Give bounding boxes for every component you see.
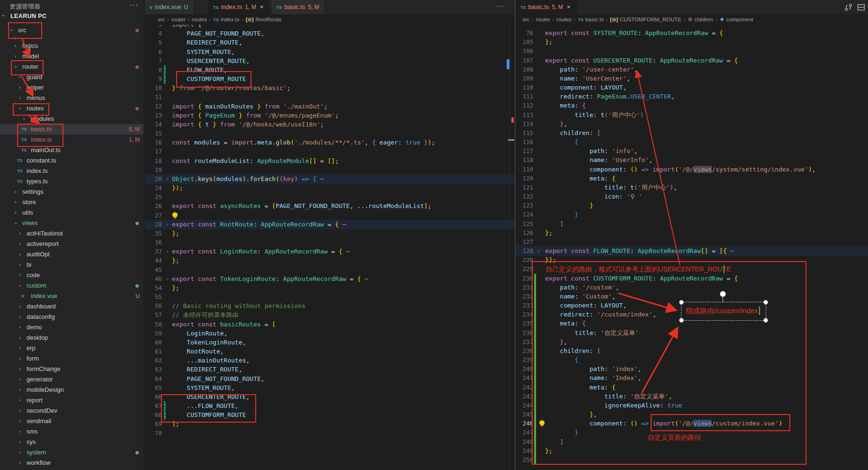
- sidebar-item-sys[interactable]: ›sys: [0, 437, 143, 447]
- sidebar-item-secondDev[interactable]: ›secondDev: [0, 406, 143, 416]
- breadcrumb-item[interactable]: router: [536, 17, 550, 22]
- sidebar-item-constant.ts[interactable]: TSconstant.ts: [0, 155, 143, 166]
- close-icon[interactable]: ×: [260, 3, 264, 10]
- breadcrumb-item[interactable]: CUSTOMFORM_ROUTE: [620, 17, 681, 22]
- code-editor-basic-ts[interactable]: 76export const SYSTEM_ROUTE: AppRouteRec…: [516, 25, 868, 470]
- sidebar-item-workflow[interactable]: ›workflow: [0, 458, 143, 468]
- sidebar-item-label: actHiTaskinst: [27, 228, 63, 239]
- code-editor-index-ts[interactable]: 3import {4 PAGE_NOT_FOUND_ROUTE,5 REDIRE…: [145, 25, 515, 470]
- tab-index.vue[interactable]: Vindex.vueU: [145, 0, 194, 14]
- breadcrumb-item[interactable]: router: [171, 17, 186, 22]
- breadcrumb-item[interactable]: children: [694, 17, 713, 22]
- code-line-35: };: [172, 229, 179, 238]
- fold-chevron-icon[interactable]: ›: [167, 174, 168, 183]
- sidebar-item-activereport[interactable]: ›activereport: [0, 239, 143, 249]
- typescript-file-icon: TS: [578, 18, 583, 22]
- breadcrumb-item[interactable]: basic.ts: [585, 17, 604, 22]
- typescript-file-icon: TS: [17, 176, 23, 187]
- breadcrumb-item[interactable]: RootRoute: [255, 17, 281, 22]
- sidebar-item-dashboard[interactable]: ›dashboard: [0, 301, 143, 312]
- code-line-116: {: [545, 137, 578, 147]
- line-number: 58: [145, 320, 162, 329]
- lightbulb-icon[interactable]: [539, 420, 545, 425]
- line-number: 46: [145, 274, 162, 283]
- sidebar-item-logics[interactable]: ›logics: [0, 41, 143, 51]
- line-number: 127: [516, 237, 533, 246]
- sidebar-item-bi[interactable]: ›bi: [0, 260, 143, 270]
- fold-chevron-icon[interactable]: ›: [538, 246, 539, 255]
- sidebar-item-store[interactable]: ›store: [0, 197, 143, 208]
- sidebar-item-label: logics: [22, 41, 38, 51]
- explorer-sidebar: 资源管理器 ··· › LEARUN PC ›src››logics›model…: [0, 0, 143, 470]
- breadcrumb-item[interactable]: routes: [556, 17, 572, 22]
- status-dot: [135, 451, 139, 454]
- explorer-more-icon[interactable]: ···: [130, 1, 139, 9]
- code-line-237: },: [545, 337, 567, 347]
- sidebar-item-index.vue[interactable]: Vindex.vueU: [0, 291, 143, 301]
- code-line-118: name: 'UserInfo',: [545, 155, 653, 165]
- line-number: 62: [145, 356, 162, 365]
- sidebar-item-code[interactable]: ›code: [0, 270, 143, 280]
- sidebar-item-modules[interactable]: ›modules: [0, 114, 143, 124]
- breadcrumb-item[interactable]: src: [522, 17, 529, 22]
- sidebar-item-generator[interactable]: ›generator: [0, 374, 143, 385]
- chevron-right-icon: ›: [19, 406, 20, 416]
- sidebar-item-formChange[interactable]: ›formChange: [0, 364, 143, 374]
- fold-chevron-icon[interactable]: ›: [167, 247, 168, 256]
- sidebar-item-helper[interactable]: ›helper: [0, 82, 143, 93]
- sidebar-item-utils[interactable]: ›utils: [0, 208, 143, 218]
- sidebar-item-index.ts[interactable]: TSindex.ts1, M: [0, 135, 143, 145]
- tab-git-badge: 5, M: [552, 4, 563, 10]
- chevron-right-icon: ›: [19, 249, 20, 260]
- code-line-243: title: '自定义菜单',: [545, 392, 672, 401]
- sidebar-item-dataconfig[interactable]: ›dataconfig: [0, 312, 143, 322]
- tabbar-more-icon[interactable]: ···: [496, 1, 505, 9]
- sidebar-item-routes[interactable]: ›routes: [0, 103, 143, 114]
- sidebar-item-guard[interactable]: ›guard: [0, 72, 143, 82]
- sidebar-item-demo[interactable]: ›demo: [0, 322, 143, 333]
- tab-basic.ts[interactable]: TSbasic.ts5, M×: [516, 0, 577, 14]
- git-badge: 5, M: [129, 124, 140, 135]
- breadcrumb-item[interactable]: routes: [192, 17, 207, 22]
- sidebar-item-sendmail[interactable]: ›sendmail: [0, 416, 143, 426]
- breadcrumb-item[interactable]: index.ts: [221, 17, 240, 22]
- sidebar-item-actHiTaskinst[interactable]: ›actHiTaskinst: [0, 228, 143, 239]
- tab-basic.ts[interactable]: TSbasic.ts5, M: [272, 0, 325, 14]
- sidebar-item-mainOut.ts[interactable]: TSmainOut.ts: [0, 145, 143, 155]
- line-number: 116: [516, 137, 533, 146]
- breadcrumb-item[interactable]: component: [726, 17, 753, 22]
- sidebar-item-auditOpt[interactable]: ›auditOpt: [0, 249, 143, 260]
- sidebar-item-views[interactable]: ›views: [0, 218, 143, 228]
- sidebar-item-sms[interactable]: ›sms: [0, 426, 143, 437]
- lightbulb-icon[interactable]: [172, 212, 178, 217]
- sidebar-item-form[interactable]: ›form: [0, 353, 143, 364]
- line-number: 24: [145, 183, 162, 192]
- line-number: 19: [145, 165, 162, 174]
- line-number: 110: [516, 83, 533, 92]
- git-added-gutter: [534, 401, 536, 410]
- tab-index.ts[interactable]: TSindex.ts1, M×: [208, 0, 269, 14]
- sidebar-item-menus[interactable]: ›menus: [0, 93, 143, 103]
- code-line-37: export const LoginRoute: AppRouteRecordR…: [172, 247, 350, 256]
- fold-chevron-icon[interactable]: ›: [167, 220, 168, 229]
- breadcrumb-item[interactable]: src: [158, 17, 165, 22]
- sidebar-item-basic.ts[interactable]: TSbasic.ts5, M: [0, 124, 143, 135]
- sidebar-item-desktop[interactable]: ›desktop: [0, 333, 143, 343]
- sidebar-item-router[interactable]: ›router: [0, 62, 143, 72]
- sidebar-item-custom[interactable]: ›custom: [0, 280, 143, 291]
- split-editor-icon[interactable]: [844, 3, 852, 13]
- sidebar-item-types.ts[interactable]: TStypes.ts: [0, 176, 143, 187]
- fold-chevron-icon[interactable]: ›: [167, 274, 168, 283]
- close-icon[interactable]: ×: [567, 3, 571, 10]
- sidebar-item-model[interactable]: ›model: [0, 51, 143, 62]
- sidebar-item-settings[interactable]: ›settings: [0, 187, 143, 197]
- sidebar-item-report[interactable]: ›report: [0, 395, 143, 406]
- sidebar-item-system[interactable]: ›system: [0, 447, 143, 458]
- workspace-header[interactable]: LEARUN PC: [10, 13, 47, 19]
- sidebar-item-mobileDesign[interactable]: ›mobileDesign: [0, 385, 143, 395]
- chevron-right-icon: ›: [19, 239, 20, 249]
- sidebar-item-index.ts[interactable]: TSindex.ts: [0, 166, 143, 176]
- layout-icon[interactable]: [857, 3, 865, 13]
- sidebar-item-erp[interactable]: ›erp: [0, 343, 143, 353]
- sidebar-item-label: code: [27, 270, 40, 280]
